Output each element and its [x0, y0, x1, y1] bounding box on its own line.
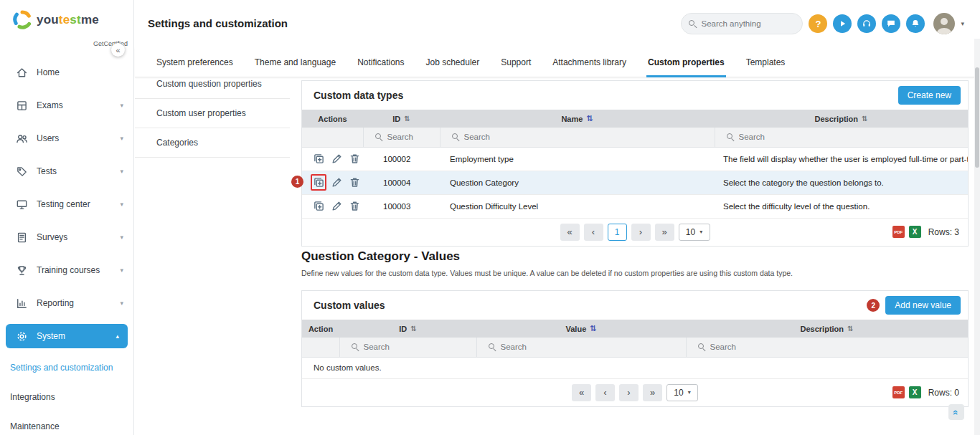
- next-page-button[interactable]: ›: [619, 384, 639, 401]
- description-search-input[interactable]: [710, 343, 963, 351]
- sidebar-item-label: Exams: [37, 100, 63, 110]
- column-header-description[interactable]: Description⇅: [686, 320, 968, 338]
- tab-attachments-library[interactable]: Attachments library: [552, 47, 626, 77]
- subnav-item-categories[interactable]: Categories: [135, 128, 290, 158]
- add-values-icon[interactable]: [311, 198, 326, 214]
- sidebar-item-home[interactable]: Home: [0, 56, 133, 89]
- table-header-row: Action ID⇅ Value⇅ Description⇅: [302, 320, 968, 338]
- last-page-button[interactable]: »: [643, 384, 662, 401]
- scrollbar-thumb[interactable]: [975, 67, 979, 168]
- next-page-button[interactable]: ›: [631, 224, 651, 241]
- column-header-id[interactable]: ID⇅: [363, 110, 440, 128]
- avatar[interactable]: [933, 13, 955, 34]
- sidebar-subitem-maintenance[interactable]: Maintenance: [0, 411, 133, 435]
- chat-button[interactable]: [882, 14, 900, 33]
- excel-export-icon[interactable]: X: [909, 386, 921, 398]
- sort-icon[interactable]: ⇅: [862, 115, 867, 123]
- tab-job-scheduler[interactable]: Job scheduler: [426, 47, 480, 77]
- sidebar-subitem-label: Integrations: [10, 392, 55, 402]
- support-headset-button[interactable]: [857, 14, 876, 33]
- sort-active-icon[interactable]: ⇅: [586, 114, 593, 123]
- prev-page-button[interactable]: ‹: [595, 384, 615, 401]
- sidebar-item-testing-center[interactable]: Testing center ▾: [0, 188, 133, 221]
- tab-templates[interactable]: Templates: [746, 47, 786, 77]
- add-values-icon[interactable]: [311, 150, 326, 167]
- chevron-down-icon: ▾: [120, 300, 123, 307]
- search-icon: [489, 343, 496, 351]
- name-cell: Question Difficulty Level: [440, 194, 715, 218]
- scroll-to-top-button[interactable]: «: [948, 404, 964, 420]
- id-search-input[interactable]: [364, 343, 471, 351]
- rows-count: Rows: 0: [928, 388, 959, 398]
- chevron-down-icon[interactable]: ▾: [961, 20, 964, 27]
- column-header-description[interactable]: Description⇅: [715, 110, 968, 128]
- tab-support[interactable]: Support: [501, 47, 531, 77]
- card-title: Custom data types: [314, 90, 403, 101]
- delete-icon[interactable]: [347, 150, 363, 167]
- sidebar-subitem-settings-and-customization[interactable]: Settings and customization: [0, 353, 133, 382]
- search-icon: [375, 133, 383, 141]
- sidebar-item-users[interactable]: Users ▾: [0, 122, 133, 155]
- sort-icon[interactable]: ⇅: [404, 115, 410, 123]
- surveys-icon: [16, 231, 28, 244]
- description-search-input[interactable]: [739, 133, 963, 141]
- sort-active-icon[interactable]: ⇅: [590, 324, 596, 333]
- tab-notifications[interactable]: Notifications: [357, 47, 404, 77]
- notifications-bell-button[interactable]: [906, 14, 925, 33]
- column-header-value[interactable]: Value⇅: [476, 320, 686, 338]
- delete-icon[interactable]: [347, 174, 363, 191]
- gear-icon: [16, 330, 28, 343]
- tab-system-preferences[interactable]: System preferences: [156, 47, 233, 77]
- tab-theme-and-language[interactable]: Theme and language: [255, 47, 336, 77]
- global-search-input[interactable]: [701, 19, 795, 28]
- exams-icon: [16, 100, 28, 112]
- last-page-button[interactable]: »: [655, 224, 674, 241]
- sidebar-item-label: Surveys: [37, 232, 67, 242]
- first-page-button[interactable]: «: [560, 224, 580, 241]
- tutorial-play-button[interactable]: [833, 14, 852, 33]
- subnav-item-custom-user-properties[interactable]: Custom user properties: [135, 99, 290, 128]
- edit-icon[interactable]: [329, 150, 344, 167]
- value-search-input[interactable]: [501, 343, 680, 351]
- scrollbar[interactable]: [974, 39, 980, 435]
- column-header-actions: Actions: [302, 110, 363, 128]
- edit-icon[interactable]: [329, 174, 344, 191]
- create-new-button[interactable]: Create new: [898, 86, 961, 105]
- pdf-export-icon[interactable]: PDF: [892, 226, 905, 238]
- first-page-button[interactable]: «: [572, 384, 591, 401]
- add-values-icon[interactable]: [311, 174, 326, 191]
- chevron-down-icon: ▾: [120, 201, 123, 208]
- excel-export-icon[interactable]: X: [909, 226, 921, 238]
- page-size-select[interactable]: 10▾: [679, 224, 710, 241]
- column-header-id[interactable]: ID⇅: [339, 320, 476, 338]
- current-page-button[interactable]: 1: [608, 224, 627, 241]
- sidebar-item-system[interactable]: System ▴: [6, 324, 128, 348]
- name-search-input[interactable]: [464, 133, 709, 141]
- sort-icon[interactable]: ⇅: [847, 325, 853, 333]
- prev-page-button[interactable]: ‹: [584, 224, 603, 241]
- table-row[interactable]: 100002 Employment type The field will di…: [302, 147, 968, 171]
- sidebar-item-surveys[interactable]: Surveys ▾: [0, 221, 133, 254]
- sidebar-collapse-button[interactable]: «: [111, 43, 125, 57]
- edit-icon[interactable]: [329, 198, 344, 214]
- sidebar-item-exams[interactable]: Exams ▾: [0, 89, 133, 122]
- help-button[interactable]: ?: [809, 14, 827, 33]
- global-search[interactable]: [681, 13, 803, 34]
- sidebar-subitem-label: Settings and customization: [10, 363, 113, 373]
- column-header-name[interactable]: Name⇅: [440, 110, 715, 128]
- sidebar-subitem-integrations[interactable]: Integrations: [0, 382, 133, 411]
- sidebar-item-reporting[interactable]: Reporting ▾: [0, 287, 133, 320]
- delete-icon[interactable]: [347, 198, 363, 214]
- sidebar: youtestme GetCertified « Home Exams ▾ Us…: [0, 0, 134, 435]
- table-row[interactable]: 100003 Question Difficulty Level Select …: [302, 194, 968, 218]
- pdf-export-icon[interactable]: PDF: [892, 386, 905, 398]
- add-new-value-button[interactable]: Add new value: [885, 296, 961, 315]
- tab-custom-properties[interactable]: Custom properties: [648, 47, 725, 77]
- chevron-up-double-icon: «: [951, 409, 961, 414]
- table-row-highlighted[interactable]: 100004 Question Category Select the cate…: [302, 171, 968, 194]
- id-search-input[interactable]: [387, 133, 434, 141]
- page-size-select[interactable]: 10▾: [666, 384, 698, 401]
- sort-icon[interactable]: ⇅: [410, 325, 416, 333]
- sidebar-item-tests[interactable]: Tests ▾: [0, 155, 133, 188]
- sidebar-item-training-courses[interactable]: Training courses ▾: [0, 254, 133, 287]
